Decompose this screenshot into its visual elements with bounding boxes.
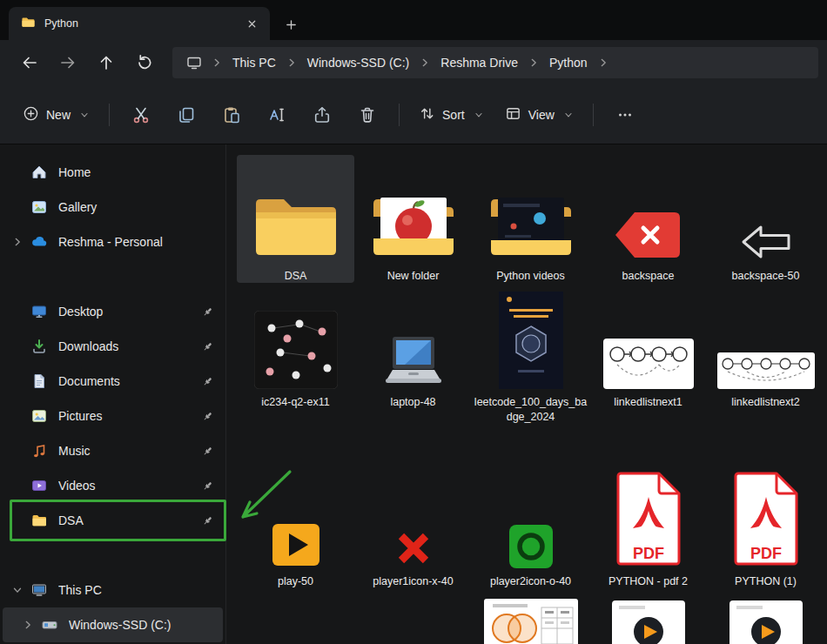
file-tile-python-videos[interactable]: Python videos [472,155,589,283]
pin-icon [201,305,214,319]
cloud-icon [30,233,50,251]
up-button[interactable] [87,46,125,79]
file-name: PYTHON (1) [733,574,798,588]
sidebar-item-label: This PC [58,583,214,597]
this-pc-icon [178,55,209,70]
file-tile-python-pdf-2[interactable]: PDFPYTHON - pdf 2 [589,467,707,588]
pin-icon [201,445,214,458]
diagram2-thumbnail [707,292,824,389]
sidebar-item-home[interactable]: Home [3,155,223,190]
videos-icon [30,477,50,494]
sidebar-item-dsa[interactable]: DSA [3,503,223,538]
file-tile-linkedlistnext1[interactable]: linkedlistnext1 [589,292,707,424]
file-tile-ic234-q2-ex11[interactable]: ic234-q2-ex11 [237,292,354,424]
sidebar-item-documents[interactable]: Documents [3,364,223,399]
gallery-icon [30,198,50,216]
file-tile-dsa[interactable]: DSA [237,155,354,283]
sidebar-item-label: Pictures [58,409,201,423]
folder-video-thumbnail [472,155,589,263]
folder-apple-thumbnail [354,155,472,263]
file-name: play-50 [276,574,315,588]
refresh-button[interactable] [125,46,164,79]
forward-button[interactable] [49,46,87,79]
share-button[interactable] [302,98,342,131]
file-tile-backspace-50[interactable]: backspace-50 [707,155,824,283]
rename-button[interactable] [257,98,297,131]
chevron-down-icon[interactable] [11,584,30,596]
chevron-right-icon[interactable] [11,236,30,248]
pictures-icon [30,407,50,425]
new-tab-button[interactable] [275,9,306,40]
sidebar-item-label: DSA [58,513,201,527]
file-tile-linkedlistnext2[interactable]: linkedlistnext2 [707,292,824,424]
file-name: leetcode_100_days_badge_2024 [472,395,589,424]
dots-dark-thumbnail [237,292,354,389]
file-tile-playpage[interactable] [707,599,824,644]
tab-title: Python [44,17,232,30]
sort-button[interactable]: Sort [408,98,494,131]
grid-row [237,599,827,644]
file-name: backspace [621,269,676,283]
breadcrumb-windows-ssd-c[interactable]: Windows-SSD (C:) [299,52,417,73]
sidebar: HomeGalleryReshma - PersonalDesktopDownl… [0,144,226,644]
folder-icon [21,16,36,32]
playpage-thumbnail [707,599,824,644]
file-tile-new-folder[interactable]: New folder [354,155,472,283]
pin-icon [201,375,214,388]
file-tile-play-50[interactable]: play-50 [237,467,354,588]
laptop-thumbnail [354,292,472,389]
file-name: backspace-50 [730,269,802,283]
sidebar-item-this-pc[interactable]: This PC [3,573,223,607]
main-area: HomeGalleryReshma - PersonalDesktopDownl… [0,144,827,644]
sidebar-item-videos[interactable]: Videos [3,468,223,503]
grid-row: ic234-q2-ex11laptop-48leetcode_100_days_… [237,292,827,424]
folder-thumbnail [237,155,354,263]
view-layout-icon [505,105,521,124]
drive-icon [41,616,60,634]
file-tile-venn[interactable] [472,599,589,644]
sidebar-item-label: Downloads [58,339,201,353]
delete-button[interactable] [347,98,387,131]
svg-text:PDF: PDF [750,545,782,562]
sidebar-item-pictures[interactable]: Pictures [3,399,223,433]
toolbar-separator [593,104,594,126]
file-tile-player2icon-o-40[interactable]: player2icon-o-40 [472,467,589,588]
chevron-right-icon[interactable] [22,619,41,631]
chevron-right-icon [284,57,299,69]
file-tile-backspace[interactable]: backspace [589,155,707,283]
more-options-button[interactable] [605,98,645,131]
chevron-down-icon [563,110,574,120]
diagram1-thumbnail [589,292,707,389]
paste-button[interactable] [212,98,252,131]
sidebar-item-reshma-personal[interactable]: Reshma - Personal [3,225,223,259]
sidebar-item-music[interactable]: Music [3,433,223,468]
sidebar-item-downloads[interactable]: Downloads [3,329,223,364]
sidebar-item-gallery[interactable]: Gallery [3,190,223,225]
file-name: player2icon-o-40 [488,574,573,588]
new-button[interactable]: New [12,98,100,131]
file-tile-playpage[interactable] [589,599,707,644]
chevron-right-icon [595,57,611,69]
file-tile-laptop-48[interactable]: laptop-48 [354,292,472,424]
back-button[interactable] [10,46,49,79]
new-button-label: New [46,108,71,122]
cut-button[interactable] [121,98,161,131]
file-name: DSA [283,269,309,283]
sidebar-item-desktop[interactable]: Desktop [3,294,223,329]
breadcrumb-python[interactable]: Python [541,52,595,73]
breadcrumb-reshma-drive[interactable]: Reshma Drive [433,52,526,73]
sidebar-item-windows-ssd-c[interactable]: Windows-SSD (C:) [3,607,223,642]
copy-button[interactable] [166,98,206,131]
tab-python[interactable]: Python [9,7,270,40]
file-tile-player1icon-x-40[interactable]: player1icon-x-40 [354,467,472,588]
backspace-thumbnail [589,155,707,263]
chevron-right-icon [417,57,433,69]
home-icon [30,164,50,181]
view-button[interactable]: View [494,98,584,131]
file-tile-python-1[interactable]: PDFPYTHON (1) [707,467,824,588]
breadcrumb-this-pc[interactable]: This PC [225,52,284,73]
tab-close-button[interactable] [240,12,263,35]
file-tile-leetcode-100-days-badge-2024[interactable]: leetcode_100_days_badge_2024 [472,292,589,424]
navigation-bar: This PCWindows-SSD (C:)Reshma DrivePytho… [0,40,827,85]
chevron-down-icon [474,110,484,120]
